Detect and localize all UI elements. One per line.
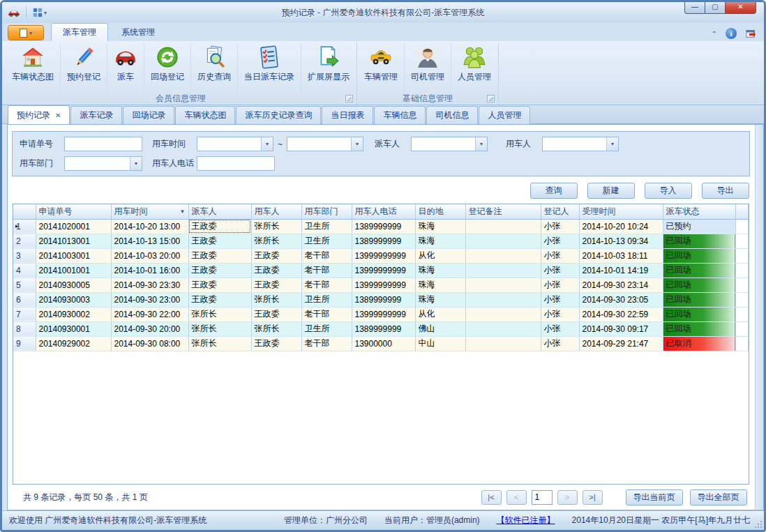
col-header-user[interactable]: 用车人 [251, 204, 301, 219]
grid-cell[interactable]: 2014-10-03 18:11 [579, 248, 663, 263]
next-page-button[interactable]: > [557, 490, 578, 505]
grid-cell[interactable]: 老干部 [301, 336, 352, 351]
department-combo[interactable]: ▼ [64, 156, 142, 171]
row-header[interactable]: 4 [13, 263, 36, 278]
grid-cell[interactable]: 王政委 [188, 219, 251, 234]
page-number-input[interactable] [532, 490, 553, 505]
grid-cell[interactable]: 珠海 [415, 234, 465, 248]
ribbon-tab-system[interactable]: 系统管理 [110, 23, 167, 41]
grid-cell[interactable]: 张所长 [251, 219, 301, 234]
doc-tab-vehicle-info[interactable]: 车辆信息 [374, 106, 426, 124]
grid-cell[interactable]: 老干部 [301, 278, 352, 292]
import-button[interactable]: 导入 [645, 183, 692, 199]
grid-cell[interactable]: 13999999999 [352, 278, 415, 292]
row-header[interactable]: 8 [13, 321, 36, 336]
row-header[interactable]: 6 [13, 292, 36, 307]
doc-tab-return-records[interactable]: 回场记录 [123, 106, 174, 124]
dispatch-status-cell[interactable]: 已回场 [663, 278, 735, 292]
chevron-down-icon[interactable]: ▼ [475, 137, 487, 151]
application-menu-button[interactable]: ▾ [8, 25, 44, 40]
collapse-ribbon-icon[interactable]: ⌃ [712, 30, 717, 38]
grid-cell[interactable]: 老干部 [301, 263, 352, 278]
grid-cell[interactable]: 2014-09-30 20:00 [111, 321, 188, 336]
doc-tab-daily-report[interactable]: 当日报表 [322, 106, 373, 124]
grid-cell[interactable]: 1389999999 [352, 234, 415, 248]
grid-cell[interactable]: 老干部 [301, 307, 352, 321]
driver-manage-button[interactable]: 司机管理 [405, 43, 451, 92]
grid-cell[interactable]: 13900000 [352, 336, 415, 351]
row-header[interactable]: 7 [13, 307, 36, 321]
dispatch-status-cell[interactable]: 已取消 [663, 336, 735, 351]
grid-cell[interactable]: 珠海 [415, 263, 465, 278]
close-tab-icon[interactable]: ✕ [55, 112, 61, 119]
grid-cell[interactable]: 2014-10-13 15:00 [111, 234, 188, 248]
row-header[interactable]: 2 [13, 234, 36, 248]
col-header-accept-time[interactable]: 受理时间 [579, 204, 663, 219]
doc-tab-driver-info[interactable]: 司机信息 [426, 106, 478, 124]
use-time-to-combo[interactable]: ▼ [287, 137, 363, 151]
minimize-button[interactable]: — [684, 0, 705, 14]
row-header[interactable]: 3 [13, 248, 36, 263]
grid-cell[interactable]: 2014-10-01 16:00 [111, 263, 188, 278]
grid-cell[interactable]: 2014-09-30 22:59 [579, 307, 663, 321]
doc-tab-reservation-records[interactable]: 预约记录 ✕ [8, 105, 70, 124]
extended-screen-button[interactable]: 扩展屏显示 [301, 43, 356, 92]
grid-cell[interactable]: 张所长 [251, 292, 301, 307]
vehicle-manage-button[interactable]: 车辆管理 [358, 43, 405, 92]
doc-tab-dispatch-records[interactable]: 派车记录 [70, 106, 122, 124]
user-combo[interactable]: ▼ [542, 137, 619, 151]
grid-cell[interactable]: 小张 [541, 219, 579, 234]
grid-cell[interactable]: 1389999999 [352, 321, 415, 336]
grid-cell[interactable]: 从化 [415, 248, 465, 263]
software-registered-link[interactable]: 【软件已注册】 [497, 515, 555, 526]
export-all-pages-button[interactable]: 导出全部页 [690, 489, 747, 506]
grid-cell[interactable]: 从化 [415, 307, 465, 321]
grid-cell[interactable]: 2014-09-30 23:00 [111, 292, 188, 307]
grid-cell[interactable]: 13999999999 [352, 248, 415, 263]
today-dispatch-record-button[interactable]: 当日派车记录 [238, 43, 301, 92]
grid-cell[interactable]: 小张 [541, 263, 579, 278]
col-header-dispatcher[interactable]: 派车人 [188, 204, 251, 219]
use-time-from-combo[interactable]: ▼ [197, 137, 273, 151]
grid-cell[interactable]: 张所长 [251, 321, 301, 336]
chevron-down-icon[interactable]: ▼ [130, 157, 142, 170]
grid-cell[interactable]: 卫生所 [301, 234, 352, 248]
grid-cell[interactable]: 王政委 [251, 307, 301, 321]
col-header-remark[interactable]: 登记备注 [465, 204, 541, 219]
export-button[interactable]: 导出 [702, 183, 749, 199]
grid-cell[interactable]: 王政委 [188, 292, 251, 307]
ribbon-tab-dispatch[interactable]: 派车管理 [51, 23, 108, 41]
corner-cell[interactable] [13, 204, 36, 219]
grid-cell[interactable]: 20141013001 [36, 234, 111, 248]
vehicle-status-chart-button[interactable]: 车辆状态图 [6, 43, 61, 92]
chevron-down-icon[interactable]: ▼ [261, 137, 273, 151]
reservation-register-button[interactable]: 预约登记 [61, 43, 107, 92]
maximize-button[interactable]: ▢ [705, 0, 725, 14]
grid-cell[interactable]: 小张 [541, 248, 579, 263]
grid-cell[interactable]: 20141020001 [36, 219, 111, 234]
grid-cell[interactable]: 20141001001 [36, 263, 111, 278]
dispatcher-combo[interactable]: ▼ [411, 137, 488, 151]
vertical-scrollbar[interactable] [755, 125, 763, 510]
grid-cell[interactable]: 2014-09-30 09:17 [579, 321, 663, 336]
grid-cell[interactable]: 张所长 [188, 336, 251, 351]
prev-page-button[interactable]: < [506, 490, 527, 505]
grid-cell[interactable]: 张所长 [188, 321, 251, 336]
grid-cell[interactable]: 王政委 [251, 248, 301, 263]
grid-cell[interactable]: 2014-09-30 23:05 [579, 292, 663, 307]
col-header-apply-no[interactable]: 申请单号 [36, 204, 111, 219]
new-button[interactable]: 新建 [587, 183, 635, 199]
col-header-registrar[interactable]: 登记人 [541, 204, 579, 219]
dispatch-status-cell[interactable]: 已回场 [663, 321, 735, 336]
row-header[interactable]: 5 [13, 278, 36, 292]
grid-cell[interactable]: 王政委 [188, 234, 251, 248]
grid-cell[interactable]: 卫生所 [301, 321, 352, 336]
resize-grip[interactable] [754, 520, 763, 529]
grid-cell[interactable]: 珠海 [415, 219, 465, 234]
grid-cell[interactable]: 2014-10-20 10:24 [579, 219, 663, 234]
grid-cell[interactable]: 2014-09-29 21:47 [579, 336, 663, 351]
grid-cell[interactable]: 小张 [541, 336, 579, 351]
grid-cell[interactable]: 20140929002 [36, 336, 111, 351]
dispatch-status-cell[interactable]: 已回场 [663, 307, 735, 321]
grid-cell[interactable]: 珠海 [415, 278, 465, 292]
